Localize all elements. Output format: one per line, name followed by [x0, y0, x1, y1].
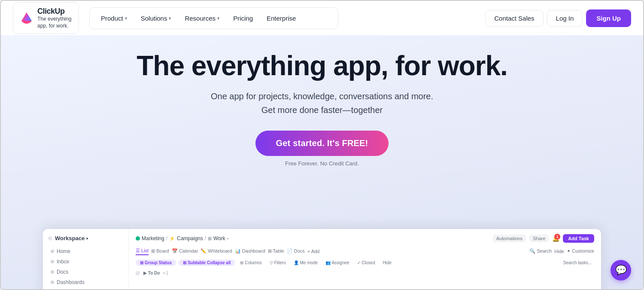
app-preview: Workspace • Home Inbox Docs Dashboards	[43, 229, 601, 289]
login-button[interactable]: Log In	[547, 10, 583, 27]
assignee-button[interactable]: 👥 Assignee	[323, 259, 352, 266]
sidebar-item-docs[interactable]: Docs	[48, 267, 123, 277]
hero-cta-button[interactable]: Get started. It's FREE!	[255, 131, 389, 156]
contact-sales-button[interactable]: Contact Sales	[485, 10, 543, 27]
app-tabs: ☰ List ⊞ Board 📅 Calendar ✏️ Whiteboard …	[136, 247, 594, 255]
group-status-button[interactable]: ⊞ Group Status	[136, 259, 176, 266]
inbox-dot-icon	[51, 260, 54, 263]
nav-item-solutions[interactable]: Solutions ▾	[135, 12, 177, 24]
home-dot-icon	[51, 250, 54, 253]
search-button[interactable]: 🔍 Search	[529, 247, 552, 255]
chevron-down-icon: ▾	[217, 16, 219, 21]
dashboards-dot-icon	[51, 281, 54, 284]
nav-item-pricing[interactable]: Pricing	[227, 12, 259, 24]
app-main: Marketing / ⚡ Campaigns / ⊞ Work • Autom…	[129, 229, 601, 289]
tab-board[interactable]: ⊞ Board	[151, 247, 169, 255]
sidebar-item-dashboards[interactable]: Dashboards	[48, 278, 123, 287]
sidebar-item-inbox[interactable]: Inbox	[48, 257, 123, 266]
nav-actions: Contact Sales Log In Sign Up	[485, 9, 631, 27]
hero-section: The everything app, for work. One app fo…	[1, 35, 643, 289]
tab-dashboard[interactable]: 📊 Dashboard	[235, 247, 265, 255]
chevron-down-icon: ▾	[125, 16, 127, 21]
clickup-logo-icon	[20, 12, 33, 24]
chevron-down-icon: ▾	[169, 16, 171, 21]
chat-icon: 💬	[615, 265, 627, 276]
customize-button[interactable]: ✦ Customize	[567, 247, 594, 255]
subtable-collapse-button[interactable]: ⊞ Subtable Collapse all	[179, 259, 235, 266]
nav-item-resources[interactable]: Resources ▾	[179, 12, 225, 24]
docs-dot-icon	[51, 270, 54, 274]
hero-subtitle: One app for projects, knowledge, convers…	[211, 89, 433, 117]
tab-list[interactable]: ☰ List	[136, 247, 149, 255]
search-tasks-input[interactable]: Search tasks...	[561, 259, 594, 266]
logo-brand: ClickUp	[37, 7, 72, 16]
row-checkbox[interactable]	[136, 271, 140, 275]
marketing-status-dot	[136, 236, 140, 241]
logo-pill[interactable]: ClickUp The everything app, for work.	[13, 2, 79, 34]
chat-bubble-button[interactable]: 💬	[611, 260, 631, 281]
hero-title: The everything app, for work.	[137, 51, 507, 81]
sidebar-item-home[interactable]: Home	[48, 247, 123, 256]
automations-button[interactable]: Automations	[493, 235, 526, 242]
notification-wrapper: 🔔 1	[552, 235, 559, 242]
breadcrumb: Marketing / ⚡ Campaigns / ⊞ Work •	[136, 235, 229, 241]
me-mode-button[interactable]: 👤 Me mode	[291, 259, 320, 266]
add-task-button[interactable]: Add Task	[563, 234, 594, 243]
hide-toolbar-button[interactable]: Hide	[380, 259, 394, 266]
nav-item-enterprise[interactable]: Enterprise	[261, 12, 302, 24]
nav-links: Product ▾ Solutions ▾ Resources ▾ Pricin…	[89, 7, 338, 29]
hide-button[interactable]: Hide	[554, 248, 564, 255]
task-row-todo: ▶ To Do • 1	[136, 269, 594, 277]
tab-whiteboard[interactable]: ✏️ Whiteboard	[200, 247, 232, 255]
tab-calendar[interactable]: 📅 Calendar	[172, 247, 198, 255]
app-sidebar: Workspace • Home Inbox Docs Dashboards	[43, 229, 129, 289]
share-button[interactable]: Share	[529, 235, 549, 242]
columns-button[interactable]: ⊞ Columns	[237, 259, 264, 266]
breadcrumb-separator: /	[166, 235, 167, 241]
filters-button[interactable]: ▽ Filters	[267, 259, 289, 266]
app-actions: Automations Share 🔔 1 Add Task	[493, 234, 594, 243]
navbar: ClickUp The everything app, for work. Pr…	[1, 1, 643, 35]
sidebar-workspace: Workspace •	[48, 235, 123, 241]
page-wrapper: ClickUp The everything app, for work. Pr…	[0, 0, 644, 290]
tab-docs[interactable]: 📄 Docs	[287, 247, 305, 255]
logo-tagline: The everything app, for work.	[37, 16, 72, 29]
hero-note: Free Forever. No Credit Card.	[285, 160, 359, 167]
signup-button[interactable]: Sign Up	[586, 9, 631, 27]
nav-item-product[interactable]: Product ▾	[95, 12, 133, 24]
breadcrumb-separator-2: /	[205, 235, 206, 241]
app-topbar: Marketing / ⚡ Campaigns / ⊞ Work • Autom…	[136, 234, 594, 243]
closed-button[interactable]: ✓ Closed	[355, 259, 378, 266]
app-toolbar: ⊞ Group Status ⊞ Subtable Collapse all ⊞…	[136, 259, 594, 266]
tab-add[interactable]: + Add	[307, 248, 319, 255]
tab-table[interactable]: ⊞ Table	[268, 247, 284, 255]
workspace-dot	[48, 236, 52, 241]
